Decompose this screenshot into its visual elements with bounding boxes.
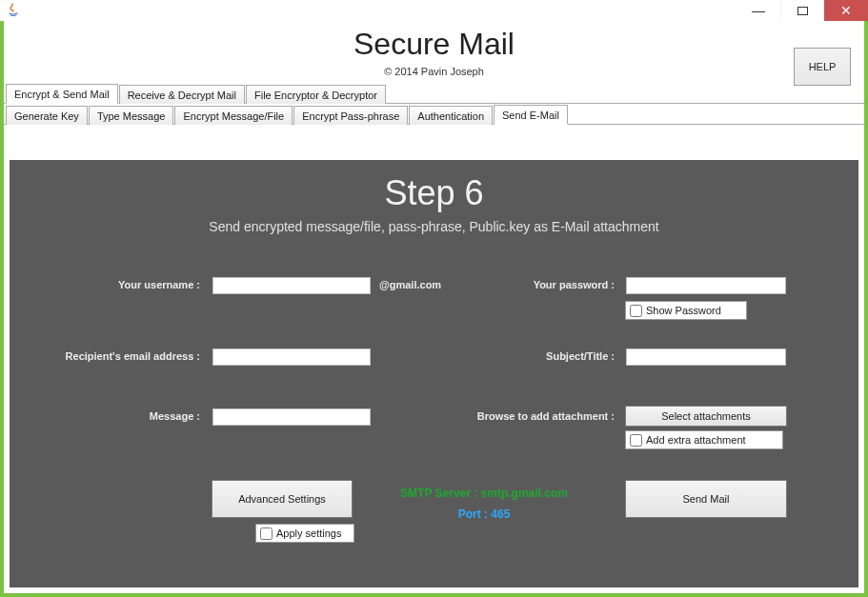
tab-encrypt-pass-phrase[interactable]: Encrypt Pass-phrase — [293, 106, 408, 125]
add-extra-attachment-box[interactable] — [630, 434, 642, 447]
smtp-server-text: SMTP Server : smtp.gmail.com — [379, 484, 589, 505]
svg-rect-0 — [798, 7, 808, 14]
message-label: Message : — [10, 410, 200, 422]
help-button[interactable]: HELP — [794, 48, 851, 86]
password-label: Your password : — [410, 279, 615, 290]
show-password-label: Show Password — [646, 305, 721, 316]
minimize-button[interactable]: — — [737, 0, 780, 21]
username-label: Your username : — [10, 279, 200, 290]
content-panel: Step 6 Send encrypted message/file, pass… — [10, 160, 858, 587]
java-icon — [6, 2, 21, 17]
close-button[interactable]: ✕ — [824, 0, 868, 21]
title-bar: — ✕ — [0, 0, 868, 21]
recipient-label: Recipient's email address : — [10, 350, 200, 362]
tab-file-encryptor-decryptor[interactable]: File Encryptor & Decryptor — [246, 85, 386, 104]
recipient-input[interactable] — [212, 348, 372, 367]
step-title: Step 6 — [10, 173, 858, 213]
subject-input[interactable] — [625, 348, 787, 367]
select-attachments-button[interactable]: Select attachments — [625, 406, 787, 427]
smtp-port-text: Port : 465 — [379, 505, 589, 526]
form-area: Your username : @gmail.com Your password… — [10, 274, 858, 587]
tab-encrypt-message-file[interactable]: Encrypt Message/File — [174, 106, 293, 125]
inner-tabs: Generate Key Type Message Encrypt Messag… — [4, 104, 864, 125]
add-extra-attachment-checkbox[interactable]: Add extra attachment — [625, 430, 783, 449]
maximize-button[interactable] — [780, 0, 824, 21]
smtp-info: SMTP Server : smtp.gmail.com Port : 465 — [379, 484, 589, 525]
subject-label: Subject/Title : — [410, 350, 615, 362]
copyright: © 2014 Pavin Joseph — [4, 66, 864, 77]
app-title: Secure Mail — [4, 27, 864, 62]
tab-send-email[interactable]: Send E-Mail — [494, 105, 568, 125]
advanced-settings-button[interactable]: Advanced Settings — [212, 480, 353, 518]
username-input[interactable] — [212, 276, 372, 295]
tab-authentication[interactable]: Authentication — [409, 106, 493, 125]
show-password-checkbox[interactable]: Show Password — [625, 301, 747, 320]
outer-tabs: Encrypt & Send Mail Receive & Decrypt Ma… — [4, 83, 864, 104]
apply-settings-label: Apply settings — [276, 527, 341, 539]
tab-encrypt-send-mail[interactable]: Encrypt & Send Mail — [6, 84, 118, 104]
tab-receive-decrypt-mail[interactable]: Receive & Decrypt Mail — [119, 85, 245, 104]
apply-settings-box[interactable] — [260, 527, 273, 540]
add-extra-attachment-label: Add extra attachment — [646, 434, 746, 446]
tab-type-message[interactable]: Type Message — [89, 106, 174, 125]
apply-settings-checkbox[interactable]: Apply settings — [255, 524, 354, 543]
send-mail-button[interactable]: Send Mail — [625, 480, 787, 518]
browse-label: Browse to add attachment : — [410, 410, 615, 422]
step-description: Send encrypted message/file, pass-phrase… — [10, 219, 858, 234]
password-input[interactable] — [625, 276, 787, 295]
show-password-box[interactable] — [630, 305, 642, 317]
tab-generate-key[interactable]: Generate Key — [6, 106, 88, 125]
message-input[interactable] — [212, 408, 372, 427]
window: Secure Mail © 2014 Pavin Joseph HELP Enc… — [4, 21, 864, 593]
